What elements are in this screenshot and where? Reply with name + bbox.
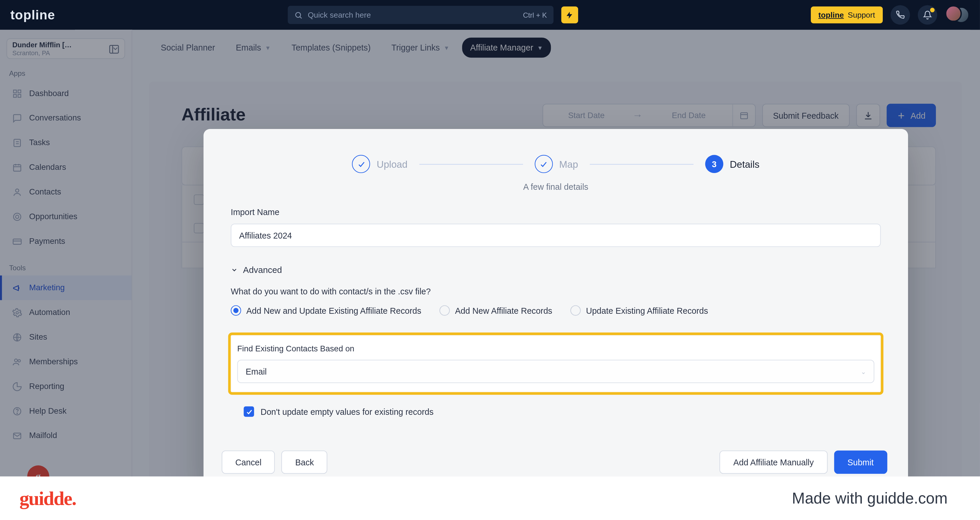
import-name-label: Import Name [231, 207, 890, 217]
search-shortcut: Ctrl + K [523, 11, 547, 19]
notif-dot-icon [930, 8, 934, 12]
user-avatar[interactable] [945, 5, 970, 25]
csv-question-label: What do you want to do with contact/s in… [231, 286, 890, 296]
svg-line-1 [300, 16, 301, 18]
support-button[interactable]: topline Support [810, 6, 883, 23]
advanced-toggle[interactable]: Advanced [231, 265, 890, 275]
stepper: Upload Map 3 Details [222, 155, 890, 173]
cancel-button[interactable]: Cancel [222, 450, 275, 474]
find-existing-label: Find Existing Contacts Based on [237, 344, 875, 353]
chevron-down-icon [231, 266, 238, 274]
add-manually-button[interactable]: Add Affiliate Manually [720, 450, 827, 474]
back-button[interactable]: Back [282, 450, 328, 474]
find-existing-panel: Find Existing Contacts Based on Email ⌄ [228, 332, 884, 395]
radio-add-update[interactable]: Add New and Update Existing Affiliate Re… [231, 305, 421, 315]
dont-update-checkbox[interactable]: Don't update empty values for existing r… [244, 406, 890, 417]
phone-button[interactable] [890, 5, 910, 25]
modal-subtitle: A few final details [222, 182, 890, 192]
search-placeholder: Quick search here [308, 10, 371, 19]
step-upload: Upload [352, 155, 407, 173]
chevron-down-icon: ⌄ [861, 368, 866, 375]
guidde-logo: guidde. [19, 487, 76, 509]
find-existing-select[interactable]: Email ⌄ [237, 359, 875, 383]
submit-button[interactable]: Submit [834, 450, 887, 474]
step-details: 3 Details [705, 155, 759, 173]
footer-bar: guidde. Made with guidde.com [0, 477, 980, 520]
step-map: Map [535, 155, 578, 173]
import-name-input[interactable]: Affiliates 2024 [231, 224, 881, 247]
radio-update-existing[interactable]: Update Existing Affiliate Records [571, 305, 708, 315]
svg-point-0 [296, 12, 301, 17]
import-modal: Upload Map 3 Details A few final details… [204, 129, 908, 490]
radio-add-new[interactable]: Add New Affiliate Records [439, 305, 552, 315]
app-logo: topline [10, 7, 55, 22]
flash-button[interactable] [561, 6, 578, 23]
top-bar: topline Quick search here Ctrl + K topli… [0, 0, 980, 30]
footer-tagline: Made with guidde.com [792, 489, 948, 507]
search-icon [294, 11, 302, 19]
global-search[interactable]: Quick search here Ctrl + K [288, 6, 554, 24]
notifications-button[interactable] [918, 5, 937, 25]
